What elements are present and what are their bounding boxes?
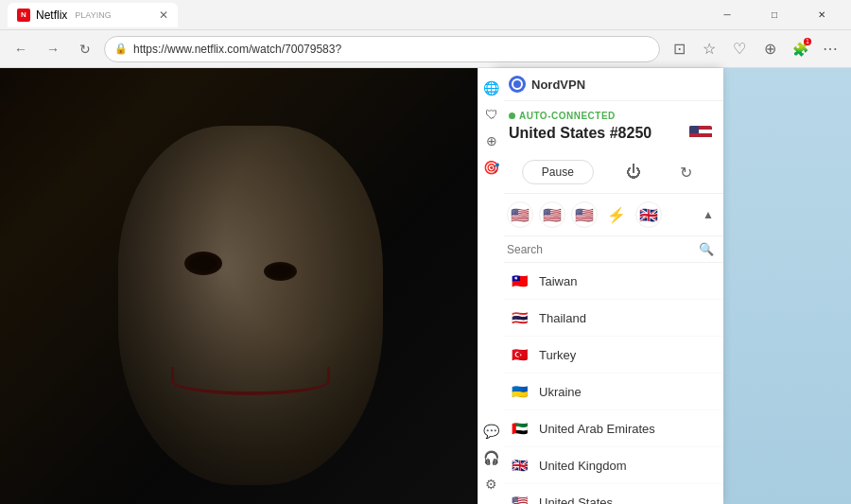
- minimize-button[interactable]: ─: [705, 0, 749, 30]
- close-button[interactable]: ✕: [800, 0, 843, 30]
- extensions-icon[interactable]: 🧩 1: [787, 36, 813, 62]
- quick-flag-uk[interactable]: 🇬🇧: [635, 201, 662, 228]
- video-background: [0, 68, 501, 504]
- netflix-video-area: [0, 68, 501, 504]
- search-input[interactable]: [507, 243, 693, 256]
- content-area: ▲ ▲ ▲ 🌐 🛡 ⊕ 🎯 💬 🎧 ⚙ Nor: [0, 68, 851, 504]
- country-item-ukraine[interactable]: 🇺🇦 Ukraine: [497, 374, 723, 410]
- window-controls: ─ □ ✕: [705, 0, 843, 30]
- uae-name: United Arab Emirates: [539, 422, 655, 436]
- turkey-flag: 🇹🇷: [509, 344, 530, 365]
- favorites-icon[interactable]: ☆: [696, 36, 722, 62]
- refresh-server-icon[interactable]: ↻: [672, 159, 699, 185]
- sidebar-threat-icon[interactable]: 🎯: [481, 157, 502, 178]
- country-item-turkey[interactable]: 🇹🇷 Turkey: [497, 337, 723, 374]
- browser-titlebar: N Netflix PLAYING ✕ ─ □ ✕: [0, 0, 851, 30]
- share-icon[interactable]: ⊕: [756, 36, 783, 62]
- auto-connected-badge: AUTO-CONNECTED: [509, 111, 712, 121]
- nordvpn-sidebar: 🌐 🛡 ⊕ 🎯 💬 🎧 ⚙: [478, 68, 504, 504]
- taiwan-flag: 🇹🇼: [509, 270, 530, 291]
- ukraine-name: Ukraine: [539, 385, 582, 399]
- url-text: https://www.netflix.com/watch/70079583?: [133, 43, 341, 56]
- address-bar[interactable]: 🔒 https://www.netflix.com/watch/70079583…: [104, 36, 660, 62]
- us-name: United States: [539, 495, 613, 505]
- toolbar-icons: ⊡ ☆ ♡ ⊕ 🧩 1 ⋯: [666, 36, 843, 62]
- search-bar: 🔍: [497, 236, 723, 263]
- power-icon[interactable]: ⏻: [620, 159, 647, 185]
- nordvpn-logo: [509, 76, 526, 93]
- back-button[interactable]: ←: [8, 36, 34, 62]
- sidebar-headset-icon[interactable]: 🎧: [481, 447, 502, 468]
- sidebar-settings-icon[interactable]: ⚙: [481, 474, 502, 495]
- server-name: United States #8250: [509, 125, 712, 142]
- menu-button[interactable]: ⋯: [817, 36, 843, 62]
- pause-button[interactable]: Pause: [522, 160, 594, 184]
- tab-subtitle: PLAYING: [75, 10, 111, 20]
- browser-tab[interactable]: N Netflix PLAYING ✕: [8, 3, 178, 27]
- country-item-uk[interactable]: 🇬🇧 United Kingdom: [497, 447, 723, 484]
- uk-name: United Kingdom: [539, 459, 627, 473]
- tab-close-button[interactable]: ✕: [159, 9, 168, 22]
- thailand-flag: 🇹🇭: [509, 307, 530, 328]
- uae-flag: 🇦🇪: [509, 418, 530, 439]
- status-text: AUTO-CONNECTED: [519, 111, 616, 121]
- quick-connect-bar: 🇺🇸 🇺🇸 🇺🇸 ⚡ 🇬🇧 ▲: [497, 194, 723, 236]
- connected-status: AUTO-CONNECTED United States #8250: [497, 101, 723, 151]
- maximize-button[interactable]: □: [753, 0, 796, 30]
- chevron-up-icon[interactable]: ▲: [703, 208, 714, 221]
- us-flag: 🇺🇸: [509, 492, 530, 504]
- lightning-icon: ⚡: [603, 201, 630, 228]
- nordvpn-title: NordVPN: [531, 78, 585, 92]
- sidebar-chat-icon[interactable]: 💬: [481, 421, 502, 442]
- server-name-text: United States #8250: [509, 125, 651, 142]
- tab-title: Netflix: [36, 9, 67, 22]
- netflix-favicon: N: [17, 9, 30, 22]
- taiwan-name: Taiwan: [539, 274, 577, 288]
- sidebar-globe-icon[interactable]: 🌐: [481, 78, 502, 98]
- quick-flag-1[interactable]: 🇺🇸: [507, 201, 533, 228]
- nordvpn-panel: NordVPN AUTO-CONNECTED United States #82…: [496, 68, 723, 504]
- country-item-taiwan[interactable]: 🇹🇼 Taiwan: [497, 263, 723, 300]
- sidebar-meshnet-icon[interactable]: ⊕: [481, 130, 502, 151]
- status-dot: [509, 113, 515, 119]
- screenshot-icon[interactable]: ⊡: [666, 36, 692, 62]
- ukraine-flag: 🇺🇦: [509, 381, 530, 402]
- reading-list-icon[interactable]: ♡: [726, 36, 753, 62]
- uk-flag: 🇬🇧: [509, 455, 530, 476]
- search-icon[interactable]: 🔍: [699, 242, 714, 256]
- country-list: 🇹🇼 Taiwan 🇹🇭 Thailand 🇹🇷 Turkey 🇺🇦 Ukrai…: [497, 263, 723, 504]
- country-item-uae[interactable]: 🇦🇪 United Arab Emirates: [497, 410, 723, 447]
- turkey-name: Turkey: [539, 348, 576, 362]
- country-item-us[interactable]: 🇺🇸 United States: [497, 484, 723, 504]
- control-buttons: Pause ⏻ ↻: [497, 151, 723, 194]
- sidebar-shield-icon[interactable]: 🛡: [481, 104, 502, 125]
- quick-flag-2[interactable]: 🇺🇸: [539, 201, 565, 228]
- quick-flag-3[interactable]: 🇺🇸: [571, 201, 598, 228]
- browser-toolbar: ← → ↻ 🔒 https://www.netflix.com/watch/70…: [0, 30, 851, 68]
- refresh-button[interactable]: ↻: [72, 36, 98, 62]
- country-item-thailand[interactable]: 🇹🇭 Thailand: [497, 300, 723, 337]
- nordvpn-header: NordVPN: [497, 68, 723, 101]
- forward-button[interactable]: →: [40, 36, 66, 62]
- thailand-name: Thailand: [539, 311, 586, 325]
- us-flag-icon: [689, 126, 712, 141]
